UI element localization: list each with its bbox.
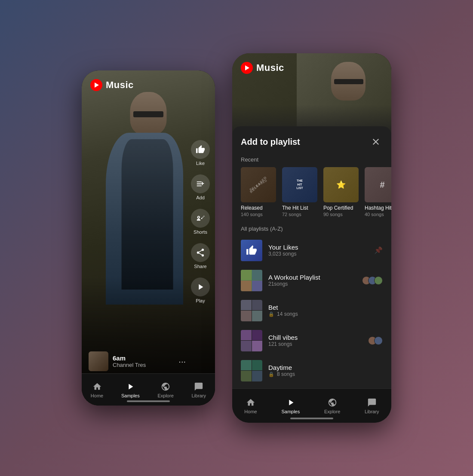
popcert-thumb: ⭐: [323, 167, 359, 202]
recent-playlists-row: RELEASED Released 140 songs THEHITLIST: [232, 167, 391, 224]
hitlist-songs: 72 songs: [282, 212, 317, 217]
yourlikes-songs: 3,023 songs: [268, 251, 368, 257]
playlist-row-yourlikes[interactable]: Your Likes 3,023 songs 📌: [232, 235, 391, 265]
recent-playlist-hitlist[interactable]: THEHITLIST The Hit List 72 songs: [282, 167, 317, 217]
nav-library-left[interactable]: Library: [192, 381, 206, 398]
yourlikes-name: Your Likes: [268, 244, 368, 251]
play-action[interactable]: Play: [191, 278, 210, 303]
chillvibes-info: Chill vibes 121 songs: [268, 334, 362, 347]
nav-library-right[interactable]: Library: [365, 397, 379, 414]
workout-thumb: [241, 270, 262, 291]
bet-songs: 🔒 14 songs: [268, 311, 383, 317]
left-phone: Music Like: [82, 70, 215, 406]
right-screen: Music Add to playlist Recent: [232, 53, 391, 423]
close-modal-button[interactable]: [369, 135, 383, 149]
phones-container: Music Like: [73, 45, 400, 431]
add-button[interactable]: [191, 174, 210, 193]
song-thumbnail: [89, 351, 108, 371]
nav-home-label-left: Home: [91, 393, 103, 398]
share-icon: [196, 248, 205, 257]
all-playlists-list: Your Likes 3,023 songs 📌: [232, 235, 391, 386]
like-label: Like: [196, 161, 205, 166]
workout-info: A Workout Playlist 21songs: [268, 274, 356, 287]
daytime-songs: 🔒 8 songs: [268, 371, 383, 377]
hashtag-songs: 40 songs: [365, 212, 391, 217]
nav-home-label-right: Home: [244, 409, 257, 414]
chillvibes-songs: 121 songs: [268, 341, 362, 347]
nav-samples-right[interactable]: Samples: [281, 397, 300, 414]
all-playlists-label: All playlists (A-Z): [232, 224, 391, 235]
play-icon: [196, 282, 205, 292]
share-label: Share: [194, 264, 206, 269]
more-options-button[interactable]: ···: [175, 353, 189, 370]
recent-section-label: Recent: [232, 153, 391, 167]
yt-play-icon-left: [95, 82, 99, 88]
share-button[interactable]: [191, 243, 210, 262]
add-to-list-icon: [196, 179, 205, 189]
daytime-thumb: [241, 360, 262, 381]
released-name: Released: [241, 205, 276, 212]
left-phone-header: Music: [90, 79, 134, 91]
nav-explore-right[interactable]: Explore: [324, 397, 340, 414]
likes-bg: [241, 240, 262, 261]
nav-explore-left[interactable]: Explore: [157, 381, 173, 398]
right-phone: Music Add to playlist Recent: [232, 53, 391, 423]
popcert-songs: 90 songs: [323, 212, 359, 217]
yourlikes-info: Your Likes 3,023 songs: [268, 244, 368, 257]
chillvibes-actions: [368, 336, 383, 345]
shorts-action[interactable]: Shorts: [191, 209, 210, 235]
daytime-name: Daytime: [268, 364, 383, 371]
chillvibes-name: Chill vibes: [268, 334, 362, 341]
shorts-icon: [196, 214, 205, 223]
chillvibes-thumb-grid: [241, 330, 262, 351]
playlist-row-bet[interactable]: Bet 🔒 14 songs: [232, 296, 391, 326]
bet-info: Bet 🔒 14 songs: [268, 304, 383, 317]
home-icon-left: [92, 381, 102, 392]
song-title: 6am: [113, 354, 171, 362]
left-screen: Music Like: [82, 70, 215, 406]
pin-icon-yourlikes: 📌: [374, 246, 383, 254]
nav-samples-label-right: Samples: [281, 409, 300, 414]
play-button[interactable]: [191, 278, 210, 296]
shorts-button[interactable]: [191, 209, 210, 228]
bet-name: Bet: [268, 304, 383, 311]
right-bottom-nav: Home Samples Explo: [232, 388, 391, 423]
workout-name: A Workout Playlist: [268, 274, 356, 281]
library-icon-right: [367, 397, 377, 408]
workout-thumb-grid: [241, 270, 262, 291]
hitlist-thumb: THEHITLIST: [282, 167, 317, 202]
chillvibes-avatars: [368, 336, 383, 345]
nav-home-left[interactable]: Home: [91, 381, 103, 398]
recent-playlist-hashtag[interactable]: # Hashtag Hits 40 songs: [365, 167, 391, 217]
chillvibes-thumb: [241, 330, 262, 351]
add-to-playlist-modal: Add to playlist Recent RELEASED: [232, 126, 391, 423]
yourlikes-actions: 📌: [374, 246, 383, 254]
app-title-right: Music: [256, 62, 284, 73]
nav-library-label-left: Library: [192, 393, 206, 398]
bet-thumb-grid: [241, 300, 262, 321]
nav-explore-label-right: Explore: [324, 409, 340, 414]
like-button[interactable]: [191, 140, 210, 159]
recent-playlist-released[interactable]: RELEASED Released 140 songs: [241, 167, 276, 217]
playlist-row-daytime[interactable]: Daytime 🔒 8 songs: [232, 356, 391, 386]
yourlikes-thumb: [241, 240, 262, 261]
song-info-bar: 6am Channel Tres ···: [89, 351, 189, 371]
chillvibes-avatar-2: [374, 336, 383, 345]
home-indicator-right: [290, 418, 333, 419]
bet-thumb: [241, 300, 262, 321]
share-action[interactable]: Share: [191, 243, 210, 269]
nav-home-right[interactable]: Home: [244, 397, 257, 414]
playlist-row-workout[interactable]: A Workout Playlist 21songs: [232, 265, 391, 296]
samples-icon-right: [286, 397, 296, 408]
workout-songs: 21songs: [268, 281, 356, 287]
daytime-thumb-grid: [241, 360, 262, 381]
playlist-row-chillvibes[interactable]: Chill vibes 121 songs: [232, 326, 391, 356]
recent-playlist-popcert[interactable]: ⭐ Pop Certified 90 songs: [323, 167, 359, 217]
add-action[interactable]: Add: [191, 174, 210, 200]
nav-samples-left[interactable]: Samples: [121, 381, 140, 398]
popcert-name: Pop Certified: [323, 205, 359, 212]
modal-title: Add to playlist: [241, 137, 300, 147]
like-action[interactable]: Like: [191, 140, 210, 166]
app-title-left: Music: [106, 79, 134, 91]
home-indicator-left: [127, 400, 170, 402]
